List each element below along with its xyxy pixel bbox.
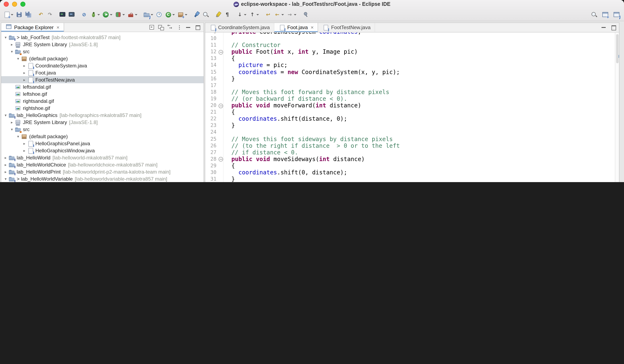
code-line[interactable]: 12 public Foot(int x, int y, Image pic): [205, 49, 615, 55]
code-line[interactable]: 31 }: [205, 176, 615, 182]
zoom-window-button[interactable]: [20, 2, 26, 7]
new-java-project-button[interactable]: J: [143, 10, 154, 19]
tree-item[interactable]: ▸Jlab_HelloWorldChoice[lab-helloworldcho…: [1, 161, 204, 168]
disclosure-arrow-icon[interactable]: ▸: [9, 42, 15, 46]
next-annotation-button[interactable]: ↓: [236, 10, 247, 19]
search-button[interactable]: [202, 10, 209, 19]
disclosure-arrow-icon[interactable]: ▾: [3, 113, 8, 117]
close-window-button[interactable]: [4, 2, 9, 7]
disclosure-arrow-icon[interactable]: ▸: [9, 120, 15, 124]
disclosure-arrow-icon[interactable]: ▾: [9, 49, 15, 53]
dropdown-caret-icon[interactable]: [281, 14, 284, 15]
package-explorer-tab[interactable]: Package Explorer ×: [1, 23, 64, 32]
code-line[interactable]: 16 }: [205, 75, 615, 82]
disclosure-arrow-icon[interactable]: ▾: [15, 134, 21, 138]
coverage-button[interactable]: [114, 10, 125, 19]
pin-editor-button[interactable]: [302, 10, 309, 19]
disclosure-arrow-icon[interactable]: ▸: [3, 162, 8, 167]
new-class-button[interactable]: [164, 10, 175, 19]
run-button[interactable]: [102, 10, 113, 19]
open-perspective-button[interactable]: +: [601, 10, 609, 19]
maximize-icon[interactable]: [610, 24, 617, 31]
code-line[interactable]: 25 // Moves this foot sideways by distan…: [205, 135, 615, 142]
tree-item[interactable]: ▸JHelloGraphicsWindow.java: [1, 147, 204, 154]
disclosure-arrow-icon[interactable]: ▸: [3, 156, 8, 160]
tree-item[interactable]: ▸JHelloGraphicsPanel.java: [1, 140, 204, 147]
open-type-button[interactable]: [193, 10, 200, 19]
maximize-button[interactable]: [194, 24, 202, 31]
toolbar-search-button[interactable]: [590, 10, 598, 19]
disclosure-arrow-icon[interactable]: ▾: [3, 35, 8, 39]
code-line[interactable]: 15 coordinates = new CoordinateSystem(x,…: [205, 69, 615, 75]
tree-item[interactable]: ▾J> lab_FootTest[lab-foottest-mkalotra85…: [1, 34, 204, 41]
collapse-all-button[interactable]: [148, 24, 156, 31]
save-all-button[interactable]: [25, 10, 32, 19]
code-line[interactable]: 11 // Constructor: [205, 42, 615, 48]
tree-item[interactable]: ▾J> lab_HelloWorldVariable[lab-helloworl…: [1, 175, 204, 182]
code-line[interactable]: 21 {: [205, 109, 615, 115]
code-line[interactable]: 17: [205, 82, 615, 89]
disclosure-arrow-icon[interactable]: ▸: [3, 170, 8, 174]
code-line[interactable]: 14 picture = pic;: [205, 62, 615, 69]
focus-button[interactable]: [157, 24, 165, 31]
fold-marker-icon[interactable]: [218, 156, 224, 162]
fold-marker-icon[interactable]: [218, 49, 224, 55]
view-menu-button[interactable]: [176, 24, 183, 31]
dropdown-caret-icon[interactable]: [185, 14, 187, 15]
fold-marker-icon[interactable]: [218, 102, 224, 109]
dropdown-caret-icon[interactable]: [244, 14, 246, 15]
tree-item[interactable]: ▾(default package): [1, 55, 204, 62]
code-line[interactable]: 30 coordinates.shift(0, distance);: [205, 169, 615, 176]
mark-occurrences-button[interactable]: [214, 10, 222, 19]
project-tree[interactable]: ▾J> lab_FootTest[lab-foottest-mkalotra85…: [1, 32, 204, 182]
tree-item[interactable]: rightshoe.gif: [1, 104, 204, 111]
redo-button[interactable]: ↷: [46, 10, 54, 19]
dropdown-caret-icon[interactable]: [172, 14, 175, 15]
tree-item[interactable]: ▾(default package): [1, 133, 204, 140]
tree-item[interactable]: ▸JCoordinateSystem.java: [1, 62, 204, 69]
editor-tab[interactable]: JCoordinateSystem.java: [205, 23, 274, 32]
code-line[interactable]: 22 coordinates.shift(distance, 0);: [205, 115, 615, 122]
tree-item[interactable]: rightsandal.gif: [1, 97, 204, 104]
code-line[interactable]: 26 // (to the right if distance > 0 or t…: [205, 142, 615, 149]
tree-item[interactable]: leftshoe.gif: [1, 90, 204, 97]
dropdown-caret-icon[interactable]: [151, 14, 153, 15]
last-edit-location-button[interactable]: ↩: [264, 10, 272, 19]
dropdown-caret-icon[interactable]: [97, 14, 100, 15]
link-with-editor-button[interactable]: [166, 24, 174, 31]
back-button[interactable]: ←: [273, 10, 284, 19]
disclosure-arrow-icon[interactable]: ▸: [22, 63, 27, 68]
close-icon[interactable]: ×: [56, 25, 59, 30]
tree-item[interactable]: ▸Jlab_HelloWorldPrint[lab-helloworldprin…: [1, 168, 204, 175]
code-line[interactable]: 10: [205, 35, 615, 42]
disclosure-arrow-icon[interactable]: ▾: [15, 56, 21, 61]
new-wizard-button[interactable]: +: [3, 10, 14, 19]
minimize-button[interactable]: [185, 24, 192, 31]
java-perspective-button[interactable]: J: [613, 10, 620, 19]
dropdown-caret-icon[interactable]: [294, 14, 296, 15]
open-console-view-button[interactable]: [59, 10, 66, 19]
skip-breakpoints-button[interactable]: ⊘: [80, 10, 88, 19]
code-line[interactable]: 24: [205, 129, 615, 135]
code-line[interactable]: 19 // (or backward if distance < 0).: [205, 95, 615, 102]
minimize-icon[interactable]: [600, 24, 608, 31]
close-icon[interactable]: ×: [311, 25, 314, 30]
prev-annotation-button[interactable]: ↑: [249, 10, 259, 19]
forward-button[interactable]: →: [286, 10, 297, 19]
editor-tab[interactable]: JFootTestNew.java: [318, 23, 375, 32]
overview-ruler[interactable]: [615, 32, 619, 182]
tree-item[interactable]: ▾▪src: [1, 126, 204, 133]
show-whitespace-button[interactable]: ¶: [224, 10, 231, 19]
disclosure-arrow-icon[interactable]: ▸: [22, 71, 27, 75]
tree-item[interactable]: ▾▪src: [1, 48, 204, 55]
code-line[interactable]: 28 public void moveSideways(int distance…: [205, 156, 615, 162]
tree-item[interactable]: ▸JFoot.java: [1, 69, 204, 76]
dropdown-caret-icon[interactable]: [122, 14, 125, 15]
code-line[interactable]: 27 // if distance < 0.: [205, 149, 615, 156]
tree-item[interactable]: leftsandal.gif: [1, 83, 204, 90]
tree-item[interactable]: ▸JRE System Library[JavaSE-1.8]: [1, 41, 204, 48]
tree-item[interactable]: ▾Jlab_HelloGraphics[lab-hellographics-mk…: [1, 111, 204, 119]
editor-tab[interactable]: JFoot.java×: [274, 23, 318, 32]
tree-item[interactable]: ▸JFootTestNew.java: [1, 76, 204, 83]
code-line[interactable]: 13 {: [205, 55, 615, 62]
